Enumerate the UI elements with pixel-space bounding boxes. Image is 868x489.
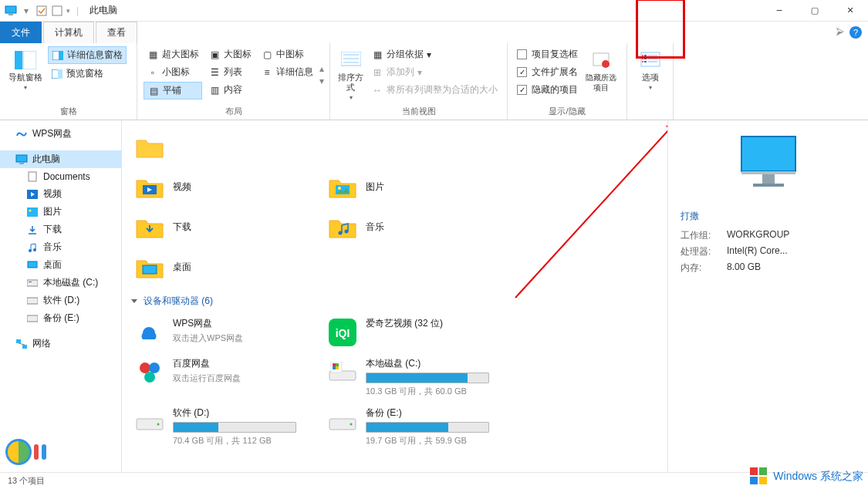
layout-sm-icon: ▫ <box>147 66 159 79</box>
svg-rect-61 <box>741 137 795 171</box>
desktop-folder-icon <box>134 251 165 282</box>
e-drive-icon <box>327 406 358 437</box>
pc-large-icon <box>730 133 807 194</box>
file-ext-toggle[interactable]: ✓文件扩展名 <box>514 64 581 80</box>
layout-list[interactable]: ☰列表 <box>205 64 255 80</box>
nav-downloads[interactable]: 下载 <box>0 221 121 238</box>
svg-point-49 <box>144 372 155 383</box>
close-button[interactable]: ✕ <box>833 0 868 22</box>
svg-rect-32 <box>29 282 32 282</box>
folder-item[interactable] <box>131 126 324 167</box>
size-columns-button: ↔将所有列调整为合适的大小 <box>368 82 501 98</box>
svg-text:iQI: iQI <box>336 327 350 339</box>
options-button[interactable]: 选项 ▾ <box>633 46 667 106</box>
device-iqiyi[interactable]: iQI 爱奇艺视频 (32 位) <box>324 312 517 352</box>
layout-extra-large[interactable]: ▦超大图标 <box>144 46 202 62</box>
svg-rect-44 <box>143 265 157 274</box>
svg-rect-31 <box>27 280 38 286</box>
nav-this-pc[interactable]: 此电脑 <box>0 150 121 168</box>
hidden-items-toggle[interactable]: ✓隐藏的项目 <box>514 82 581 98</box>
layout-content[interactable]: ▥内容 <box>205 82 255 98</box>
minimize-button[interactable]: ─ <box>762 0 797 22</box>
svg-rect-22 <box>29 172 36 181</box>
nav-network[interactable]: 网络 <box>0 335 121 352</box>
svg-rect-20 <box>16 155 27 162</box>
tab-view[interactable]: 查看 <box>96 22 137 43</box>
svg-point-57 <box>157 423 160 426</box>
svg-rect-2 <box>37 6 46 15</box>
folder-downloads[interactable]: 下载 <box>131 207 324 247</box>
music-folder-icon <box>327 211 358 242</box>
hide-selected-icon <box>589 49 613 71</box>
device-c-drive[interactable]: 本地磁盘 (C:) 10.3 GB 可用，共 60.0 GB <box>324 352 517 402</box>
qat-more-icon[interactable]: ▾ <box>66 7 70 15</box>
nav-wps[interactable]: WPS网盘 <box>0 125 121 143</box>
nav-local-c[interactable]: 本地磁盘 (C:) <box>0 274 121 292</box>
pc-icon <box>5 5 17 17</box>
qat-dropdown-icon[interactable] <box>51 5 63 17</box>
svg-point-19 <box>642 61 643 62</box>
sort-by-button[interactable]: 排序方式 ▾ <box>336 46 365 103</box>
svg-rect-64 <box>753 184 784 187</box>
folder-pictures[interactable]: 图片 <box>324 167 517 207</box>
maximize-button[interactable]: ▢ <box>797 0 833 22</box>
hide-selected-button[interactable]: 隐藏所选项目 <box>584 46 618 103</box>
nav-videos[interactable]: 视频 <box>0 185 121 203</box>
details-pane-toggle[interactable]: 详细信息窗格 <box>48 46 127 64</box>
layout-tiles[interactable]: ▤平铺 <box>144 82 202 99</box>
layout-details[interactable]: ≡详细信息 <box>258 64 316 80</box>
nav-music[interactable]: 音乐 <box>0 238 121 256</box>
nav-tree[interactable]: WPS网盘 此电脑 Documents 视频 图片 下载 音乐 桌面 本地磁盘 … <box>0 120 122 472</box>
folder-desktop[interactable]: 桌面 <box>131 247 324 287</box>
c-drive-bar <box>366 373 489 383</box>
nav-soft-d[interactable]: 软件 (D:) <box>0 292 121 309</box>
device-d-drive[interactable]: 软件 (D:) 70.4 GB 可用，共 112 GB <box>131 402 324 451</box>
svg-point-17 <box>642 55 643 56</box>
e-drive-bar <box>366 422 489 433</box>
group-by-button[interactable]: ▦分组依据 ▾ <box>368 46 501 62</box>
content-area[interactable]: 视频 图片 下载 音乐 <box>122 120 667 472</box>
videos-folder-icon <box>134 171 165 202</box>
device-e-drive[interactable]: 备份 (E:) 19.7 GB 可用，共 59.9 GB <box>324 402 517 451</box>
svg-rect-0 <box>5 6 16 13</box>
svg-rect-52 <box>333 363 336 366</box>
svg-line-37 <box>19 343 25 345</box>
help-icon[interactable]: ? <box>849 26 862 39</box>
group-label-show-hide: 显示/隐藏 <box>514 103 620 120</box>
size-columns-icon: ↔ <box>371 84 383 96</box>
nav-desktop[interactable]: 桌面 <box>0 256 121 274</box>
title-bar: ▾ ▾ | 此电脑 ─ ▢ ✕ <box>0 0 868 22</box>
qat-check-icon[interactable] <box>35 5 48 17</box>
downloads-folder-icon <box>134 211 165 242</box>
layout-content-icon: ▥ <box>208 84 221 96</box>
nav-documents[interactable]: Documents <box>0 168 121 185</box>
iqiyi-icon: iQI <box>327 317 358 348</box>
folder-music[interactable]: 音乐 <box>324 207 517 247</box>
item-checkboxes-toggle[interactable]: 项目复选框 <box>514 46 581 62</box>
layout-small[interactable]: ▫小图标 <box>144 64 202 80</box>
folder-videos[interactable]: 视频 <box>131 167 324 207</box>
options-icon <box>638 49 663 71</box>
device-wps[interactable]: WPS网盘 双击进入WPS网盘 <box>131 312 324 352</box>
pictures-folder-icon <box>327 171 358 202</box>
nav-pane-button[interactable]: 导航窗格 ▾ <box>6 46 45 103</box>
svg-point-59 <box>350 423 353 426</box>
svg-rect-62 <box>741 171 795 174</box>
layout-medium[interactable]: ▢中图标 <box>258 46 316 62</box>
nav-pictures[interactable]: 图片 <box>0 203 121 221</box>
tab-computer[interactable]: 计算机 <box>43 22 94 43</box>
preview-pane-toggle[interactable]: 预览窗格 <box>48 66 127 82</box>
minimize-ribbon-icon[interactable]: ⮚ <box>836 27 845 38</box>
svg-rect-55 <box>336 366 339 369</box>
nav-backup-e[interactable]: 备份 (E:) <box>0 309 121 327</box>
layout-large[interactable]: ▣大图标 <box>205 46 255 62</box>
ribbon-tabs: 文件 计算机 查看 ⮚ ? <box>0 22 868 43</box>
devices-header[interactable]: 设备和驱动器 (6) <box>131 287 658 312</box>
svg-rect-63 <box>762 174 775 184</box>
device-baidu[interactable]: 百度网盘 双击运行百度网盘 <box>131 352 324 402</box>
add-columns-icon: ⊞ <box>371 66 383 79</box>
svg-point-26 <box>29 209 32 211</box>
tab-file[interactable]: 文件 <box>0 22 42 43</box>
drive-e-icon <box>26 312 39 325</box>
d-drive-icon <box>134 406 165 437</box>
